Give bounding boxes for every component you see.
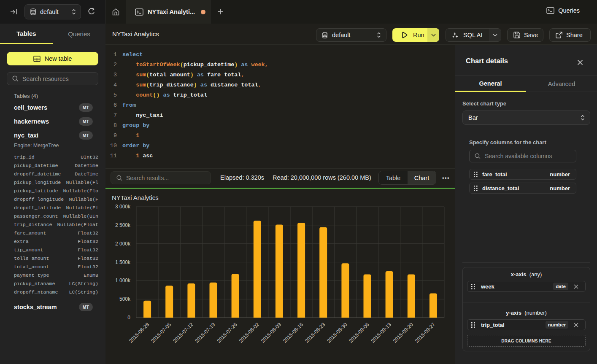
svg-text:2015-08-23: 2015-08-23 [304,321,327,344]
svg-text:2015-07-12: 2015-07-12 [172,321,194,344]
svg-text:1 500k: 1 500k [115,259,131,265]
svg-text:2 000k: 2 000k [115,241,131,247]
svg-text:2015-09-06: 2015-09-06 [348,321,370,344]
svg-text:2015-09-20: 2015-09-20 [392,321,415,344]
svg-text:2015-06-28: 2015-06-28 [128,321,151,344]
svg-text:2015-07-26: 2015-07-26 [216,321,238,344]
svg-text:NYTaxi Analytics: NYTaxi Analytics [112,194,159,201]
svg-text:1 000k: 1 000k [115,278,131,283]
svg-text:2 500k: 2 500k [115,222,131,228]
svg-text:2015-09-13: 2015-09-13 [370,321,392,344]
svg-text:2015-07-05: 2015-07-05 [150,321,173,344]
svg-text:3 000k: 3 000k [115,204,131,210]
svg-text:500k: 500k [119,296,131,302]
svg-text:2015-09-27: 2015-09-27 [414,321,437,344]
svg-text:0: 0 [127,315,130,321]
svg-text:2015-08-16: 2015-08-16 [282,321,305,344]
svg-text:2015-08-30: 2015-08-30 [326,321,348,344]
svg-text:2015-08-02: 2015-08-02 [238,321,261,344]
svg-text:2015-08-09: 2015-08-09 [260,321,283,344]
svg-text:2015-07-19: 2015-07-19 [194,321,216,344]
